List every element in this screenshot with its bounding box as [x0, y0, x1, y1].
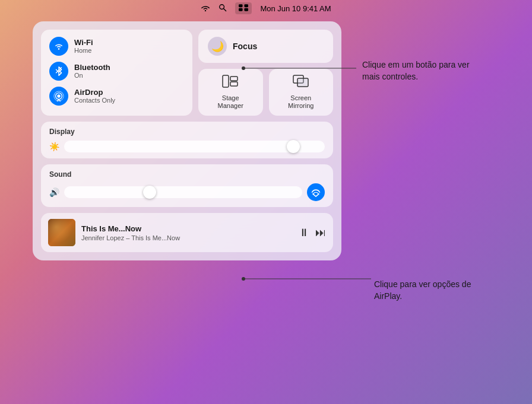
pause-button[interactable]: ⏸: [299, 227, 309, 239]
svg-rect-14: [230, 77, 238, 81]
screen-mirroring-icon: [293, 75, 309, 91]
now-playing-text: This Is Me...Now Jennifer Lopez – This I…: [81, 224, 293, 241]
bottom-right-row: StageManager ScreenMirroring: [198, 69, 333, 116]
wifi-title: Wi-Fi: [74, 38, 93, 47]
sound-title: Sound: [49, 170, 325, 179]
wifi-menubar-icon[interactable]: [201, 4, 210, 13]
svg-point-8: [57, 94, 60, 97]
stage-manager-icon: [222, 75, 239, 91]
focus-label: Focus: [233, 42, 257, 51]
wifi-item[interactable]: Wi-Fi Home: [49, 37, 184, 56]
airplay-hint-annotation: Clique para ver opções de AirPlay.: [374, 279, 493, 302]
svg-rect-3: [245, 4, 249, 7]
airdrop-icon-circle: [49, 87, 68, 106]
screen-mirroring-card[interactable]: ScreenMirroring: [269, 69, 334, 116]
skip-forward-button[interactable]: ⏭: [315, 227, 326, 239]
right-column: 🌙 Focus StageManager: [198, 30, 333, 116]
wifi-icon-circle: [49, 37, 68, 56]
stage-manager-card[interactable]: StageManager: [198, 69, 263, 116]
screen-mirroring-label: ScreenMirroring: [288, 94, 314, 110]
airdrop-title: AirDrop: [74, 88, 115, 97]
bluetooth-subtitle: On: [74, 72, 110, 79]
sound-slider-row: 🔊: [49, 183, 325, 201]
display-slider-row: ☀️: [49, 141, 325, 152]
display-title: Display: [49, 128, 325, 136]
svg-rect-15: [230, 82, 238, 86]
svg-rect-2: [239, 4, 243, 7]
svg-rect-17: [297, 78, 308, 87]
album-art: [48, 219, 75, 246]
airdrop-text: AirDrop Contacts Only: [74, 88, 115, 105]
now-playing-artist: Jennifer Lopez – This Is Me...Now: [81, 234, 293, 241]
svg-line-1: [224, 8, 226, 11]
focus-card[interactable]: 🌙 Focus: [198, 30, 333, 63]
wifi-subtitle: Home: [74, 47, 93, 55]
playback-controls: ⏸ ⏭: [299, 227, 326, 239]
focus-icon: 🌙: [208, 37, 227, 56]
bluetooth-item[interactable]: Bluetooth On: [49, 62, 184, 81]
svg-rect-4: [239, 8, 243, 11]
airplay-button[interactable]: [307, 183, 325, 201]
sound-section: Sound 🔊: [41, 164, 333, 207]
svg-point-21: [242, 277, 245, 281]
bluetooth-title: Bluetooth: [74, 63, 110, 72]
brightness-slider[interactable]: [64, 141, 325, 152]
display-section: Display ☀️: [41, 122, 333, 158]
menubar: Mon Jun 10 9:41 AM: [0, 0, 532, 17]
volume-slider[interactable]: [64, 186, 302, 198]
bluetooth-text: Bluetooth On: [74, 63, 110, 80]
now-playing-title: This Is Me...Now: [81, 224, 293, 233]
brightness-icon: ☀️: [49, 142, 59, 151]
now-playing-card: This Is Me...Now Jennifer Lopez – This I…: [41, 213, 333, 252]
volume-icon: 🔊: [49, 187, 59, 197]
network-card: Wi-Fi Home Bluetooth On: [41, 30, 192, 116]
airdrop-item[interactable]: AirDrop Contacts Only: [49, 87, 184, 106]
wifi-text: Wi-Fi Home: [74, 38, 93, 55]
menubar-time: Mon Jun 10 9:41 AM: [260, 4, 331, 13]
svg-rect-13: [223, 75, 229, 87]
bluetooth-icon-circle: [49, 62, 68, 81]
top-row: Wi-Fi Home Bluetooth On: [41, 30, 333, 116]
control-center-menubar-icon[interactable]: [235, 2, 252, 14]
search-menubar-icon[interactable]: [218, 4, 227, 14]
airdrop-subtitle: Contacts Only: [74, 97, 115, 104]
stage-manager-label: StageManager: [218, 94, 243, 110]
control-center-panel: Wi-Fi Home Bluetooth On: [33, 21, 341, 260]
button-hint-annotation: Clique em um botão para ver mais control…: [362, 59, 481, 82]
svg-rect-5: [245, 8, 249, 11]
